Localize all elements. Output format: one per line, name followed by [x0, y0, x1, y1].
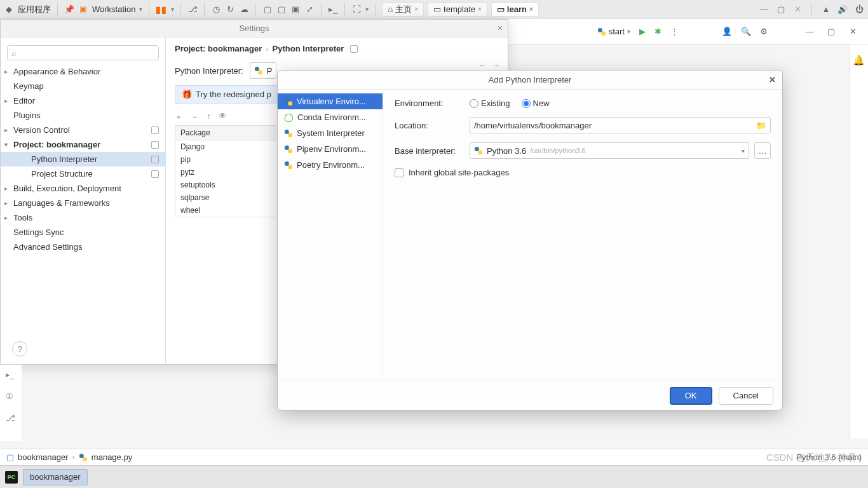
cancel-button[interactable]: Cancel [719, 387, 773, 405]
python-icon [284, 145, 293, 154]
debug-icon[interactable]: ✱ [654, 27, 661, 36]
chevron-icon: ▸ [4, 185, 8, 192]
vcs-icon[interactable]: ⎇ [6, 413, 16, 423]
terminal-icon[interactable]: ▸_ [6, 370, 16, 380]
project-name[interactable]: bookmanager [18, 452, 69, 462]
close-icon[interactable]: × [498, 23, 503, 33]
tree-item[interactable]: Settings Sync [1, 225, 165, 240]
close-icon[interactable]: × [478, 6, 482, 13]
tree-item[interactable]: Plugins [1, 108, 165, 123]
eye-icon[interactable]: 👁 [219, 111, 227, 123]
close-icon[interactable]: × [414, 6, 418, 13]
tab-home[interactable]: ⌂ 主页 × [382, 3, 424, 17]
minimize-icon[interactable]: — [802, 24, 817, 39]
cloud-icon[interactable]: ☁ [239, 4, 249, 15]
maximize-icon[interactable]: ▢ [776, 4, 786, 15]
upgrade-icon[interactable]: ↑ [207, 111, 211, 123]
taskbar: PC bookmanager [0, 465, 868, 488]
layout-icon[interactable]: ▢ [262, 4, 273, 15]
run-icon[interactable]: ▶ [639, 27, 646, 36]
volume-icon[interactable]: 🔊 [837, 4, 848, 15]
pin-icon[interactable]: 📌 [64, 4, 74, 15]
base-interpreter-select[interactable]: Python 3.6 /usr/bin/python3.6 ▾ [470, 142, 749, 159]
back-icon[interactable]: ← [478, 60, 487, 70]
add-icon[interactable]: ＋ [175, 111, 183, 123]
interpreter-type-item[interactable]: Poetry Environm... [278, 157, 383, 173]
chevron-down-icon[interactable]: ▾ [139, 6, 142, 13]
bell-icon[interactable]: 🔔 [853, 55, 865, 438]
radio-new[interactable]: New [522, 98, 550, 108]
terminal-icon[interactable]: ▸_ [328, 4, 338, 15]
tree-item[interactable]: ▸Editor [1, 93, 165, 108]
chevron-down-icon[interactable]: ▾ [365, 6, 369, 13]
tree-item[interactable]: Advanced Settings [1, 240, 165, 254]
file-name[interactable]: manage.py [92, 452, 132, 462]
close-icon[interactable]: × [529, 6, 533, 13]
interpreter-type-item[interactable]: Pipenv Environm... [278, 141, 383, 157]
tree-item[interactable]: ▸Build, Execution, Deployment [1, 181, 165, 196]
chevron-icon: ▸ [4, 68, 8, 75]
sync-icon[interactable]: ↻ [225, 4, 235, 15]
location-input[interactable]: /home/virtualenvs/bookmanager 📁 [470, 117, 771, 133]
folder-icon[interactable]: 📁 [756, 121, 766, 130]
remove-icon[interactable]: － [191, 111, 199, 123]
layout-icon[interactable]: ▣ [290, 4, 301, 15]
minimize-icon[interactable]: — [759, 4, 770, 15]
interpreter-type-item[interactable]: ◯Conda Environm... [278, 109, 383, 125]
close-window-icon[interactable]: ✕ [792, 4, 803, 15]
more-icon[interactable]: ⋮ [670, 27, 679, 36]
problems-icon[interactable]: ① [6, 391, 16, 402]
tree-item[interactable]: ▸Tools [1, 210, 165, 225]
clock-icon[interactable]: ◷ [211, 4, 221, 15]
search-input[interactable] [19, 48, 154, 57]
expand-icon[interactable]: ⤢ [304, 4, 315, 15]
layout-icon[interactable]: ▢ [276, 4, 287, 15]
file-icon: ▭ [433, 4, 441, 14]
interpreter-select[interactable]: P [250, 62, 277, 79]
browse-button[interactable]: … [754, 142, 771, 159]
tree-item[interactable]: ▾Project: bookmanager [1, 137, 165, 152]
tab-label: template [444, 4, 475, 14]
run-config-selector[interactable]: start ▾ [597, 27, 630, 36]
fullscreen-icon[interactable]: ⛶ [351, 4, 362, 15]
tree-item[interactable]: ▸Languages & Frameworks [1, 196, 165, 210]
tree-item[interactable]: ▸Version Control [1, 123, 165, 137]
tab-template[interactable]: ▭ template × [428, 3, 487, 17]
settings-gear-icon[interactable]: ⚙ [760, 27, 768, 36]
tree-item[interactable]: Keymap [1, 79, 165, 93]
add-interpreter-dialog: Add Python Interpreter ✕ Virtualenv Envi… [277, 70, 783, 410]
user-icon[interactable]: 👤 [722, 27, 732, 36]
pause-icon[interactable]: ▮▮ [156, 4, 167, 15]
inherit-label: Inherit global site-packages [409, 168, 509, 177]
network-icon[interactable]: ▲ [821, 4, 831, 15]
branch-icon[interactable]: ⎇ [187, 4, 198, 15]
applications-menu[interactable]: 应用程序 [18, 4, 51, 15]
svg-point-4 [285, 97, 289, 102]
settings-search[interactable]: ⌕ [7, 45, 159, 60]
vm-icon: ▣ [78, 4, 88, 15]
search-icon[interactable]: 🔍 [741, 27, 751, 36]
location-label: Location: [395, 121, 465, 130]
radio-existing[interactable]: Existing [470, 98, 510, 108]
close-icon[interactable]: ✕ [845, 24, 860, 39]
power-icon[interactable]: ⏻ [854, 4, 864, 15]
help-icon[interactable]: ? [12, 341, 27, 356]
interpreter-type-item[interactable]: Virtualenv Enviro... [278, 93, 383, 109]
pycharm-icon[interactable]: PC [5, 471, 18, 484]
inherit-checkbox[interactable] [395, 168, 403, 177]
taskbar-item[interactable]: bookmanager [23, 469, 88, 485]
chevron-icon: ▾ [4, 141, 8, 148]
maximize-icon[interactable]: ▢ [824, 24, 839, 39]
tree-item[interactable]: Project Structure [1, 166, 165, 181]
tab-learn[interactable]: ▭ learn × [491, 3, 539, 17]
chevron-down-icon[interactable]: ▾ [171, 6, 174, 13]
tree-label: Settings Sync [13, 227, 64, 237]
close-icon[interactable]: ✕ [769, 75, 776, 85]
ok-button[interactable]: OK [670, 387, 712, 405]
tree-item[interactable]: ▸Appearance & Behavior [1, 64, 165, 79]
tree-item[interactable]: Python Interpreter [1, 152, 165, 166]
dialog-title-bar: Add Python Interpreter ✕ [278, 71, 782, 90]
forward-icon[interactable]: → [492, 60, 500, 70]
workstation-label[interactable]: Workstation [92, 4, 135, 14]
interpreter-type-item[interactable]: System Interpreter [278, 125, 383, 141]
